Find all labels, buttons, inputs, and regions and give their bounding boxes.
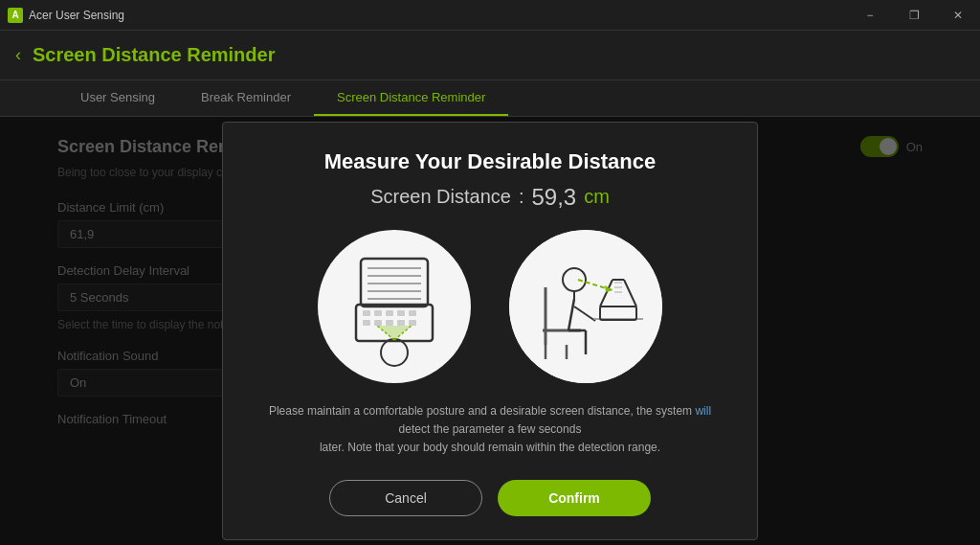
tab-break-reminder[interactable]: Break Reminder xyxy=(178,80,314,116)
overlay-backdrop: Measure Your Desirable Distance Screen D… xyxy=(0,117,980,545)
dialog-message-highlight: will xyxy=(695,404,711,418)
minimize-button[interactable]: − xyxy=(848,0,892,31)
cancel-button[interactable]: Cancel xyxy=(329,480,482,516)
dialog-distance-label: Screen Distance xyxy=(370,186,511,208)
dialog-buttons: Cancel Confirm xyxy=(254,480,726,516)
svg-rect-10 xyxy=(386,310,393,316)
back-button[interactable]: ‹ xyxy=(15,45,21,65)
dialog-message-line2: later. Note that your body should remain… xyxy=(320,441,660,454)
titlebar-title: Acer User Sensing xyxy=(29,9,124,22)
page-title: Screen Distance Reminder xyxy=(33,44,275,66)
svg-point-22 xyxy=(509,230,662,383)
close-button[interactable]: ✕ xyxy=(936,0,980,31)
svg-rect-15 xyxy=(386,320,393,326)
illustration-sideview xyxy=(509,230,662,383)
dialog-message: Please maintain a comfortable posture an… xyxy=(254,402,726,458)
svg-rect-11 xyxy=(397,310,405,316)
dialog-message-part1: Please maintain a comfortable posture an… xyxy=(269,404,696,418)
illustrations xyxy=(254,230,726,383)
tab-user-sensing[interactable]: User Sensing xyxy=(57,80,178,116)
restore-button[interactable]: ❐ xyxy=(892,0,936,31)
illustration-topdown xyxy=(318,230,471,383)
svg-rect-12 xyxy=(409,310,416,316)
content-area: Screen Distance Reminder On Being too cl… xyxy=(0,117,980,545)
dialog-distance-row: Screen Distance : 59,3 cm xyxy=(254,184,726,211)
app-body: ‹ Screen Distance Reminder User Sensing … xyxy=(0,31,980,545)
titlebar: A Acer User Sensing − ❐ ✕ xyxy=(0,0,980,31)
dialog-distance-unit: cm xyxy=(584,186,610,208)
svg-rect-14 xyxy=(374,320,382,326)
svg-rect-16 xyxy=(397,320,405,326)
dialog: Measure Your Desirable Distance Screen D… xyxy=(222,122,758,541)
app-icon: A xyxy=(8,8,23,23)
svg-rect-13 xyxy=(363,320,370,326)
dialog-distance-colon: : xyxy=(519,186,524,208)
dialog-distance-value: 59,3 xyxy=(531,184,576,211)
tab-screen-distance[interactable]: Screen Distance Reminder xyxy=(314,80,508,116)
confirm-button[interactable]: Confirm xyxy=(498,480,651,516)
nav-tabs: User Sensing Break Reminder Screen Dista… xyxy=(0,80,980,117)
dialog-title: Measure Your Desirable Distance xyxy=(254,149,726,174)
titlebar-controls: − ❐ ✕ xyxy=(848,0,980,31)
svg-rect-9 xyxy=(374,310,382,316)
svg-rect-8 xyxy=(363,310,370,316)
svg-rect-17 xyxy=(409,320,416,326)
app-header: ‹ Screen Distance Reminder xyxy=(0,31,980,80)
dialog-message-part2: detect the parameter a few seconds xyxy=(399,422,582,436)
